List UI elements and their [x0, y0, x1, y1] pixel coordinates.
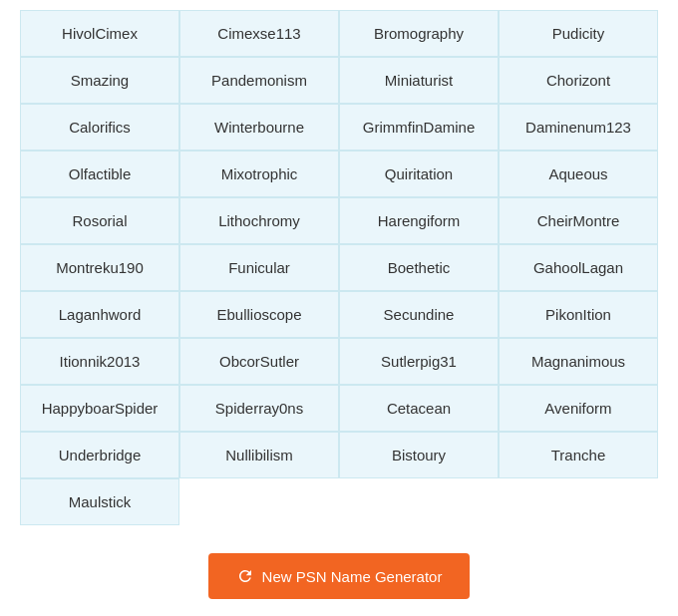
grid-cell: HivolCimex — [20, 10, 179, 57]
grid-cell: Cimexse113 — [179, 10, 339, 57]
grid-cell: Underbridge — [20, 432, 179, 478]
grid-cell: Cetacean — [339, 385, 499, 432]
grid-cell: Chorizont — [499, 57, 658, 104]
grid-cell: CheirMontre — [499, 197, 658, 244]
grid-cell: Aveniform — [499, 385, 658, 432]
grid-row: HappyboarSpiderSpiderray0nsCetaceanAveni… — [20, 385, 658, 432]
grid-cell: Rosorial — [20, 197, 179, 244]
grid-cell: Calorifics — [20, 104, 179, 151]
grid-cell: Daminenum123 — [499, 104, 658, 151]
grid-cell: ObcorSutler — [179, 338, 339, 385]
grid-cell: Smazing — [20, 57, 179, 104]
generate-button[interactable]: New PSN Name Generator — [208, 553, 471, 599]
grid-row: Itionnik2013ObcorSutlerSutlerpig31Magnan… — [20, 338, 658, 385]
grid-cell: Miniaturist — [339, 57, 499, 104]
grid-cell: Bistoury — [339, 432, 499, 478]
grid-row: RosorialLithochromyHarengiformCheirMontr… — [20, 197, 658, 244]
grid-cell: Funicular — [179, 244, 339, 291]
grid-row: HivolCimexCimexse113BromographyPudicity — [20, 10, 658, 57]
grid-row: SmazingPandemonismMiniaturistChorizont — [20, 57, 658, 104]
refresh-icon — [236, 567, 254, 585]
grid-cell: GrimmfinDamine — [339, 104, 499, 151]
grid-cell: Aqueous — [499, 151, 658, 197]
grid-cell: Itionnik2013 — [20, 338, 179, 385]
grid-row: LaganhwordEbullioscopeSecundinePikonItio… — [20, 291, 658, 338]
grid-cell: Secundine — [339, 291, 499, 338]
grid-cell: Spiderray0ns — [179, 385, 339, 432]
grid-cell: Mixotrophic — [179, 151, 339, 197]
grid-cell: Pandemonism — [179, 57, 339, 104]
grid-cell: Lithochromy — [179, 197, 339, 244]
grid-cell: PikonItion — [499, 291, 658, 338]
grid-cell: Winterbourne — [179, 104, 339, 151]
names-grid: HivolCimexCimexse113BromographyPudicityS… — [20, 10, 658, 525]
grid-cell — [499, 478, 658, 525]
grid-cell — [179, 478, 339, 525]
grid-cell: Montreku190 — [20, 244, 179, 291]
grid-cell: Tranche — [499, 432, 658, 478]
grid-cell: Magnanimous — [499, 338, 658, 385]
grid-cell: Sutlerpig31 — [339, 338, 499, 385]
grid-cell: Bromography — [339, 10, 499, 57]
grid-cell: Maulstick — [20, 478, 179, 525]
grid-row: CalorificsWinterbourneGrimmfinDamineDami… — [20, 104, 658, 151]
grid-cell: Pudicity — [499, 10, 658, 57]
grid-row: Maulstick — [20, 478, 658, 525]
grid-cell: Quiritation — [339, 151, 499, 197]
grid-cell: Harengiform — [339, 197, 499, 244]
grid-row: Montreku190FunicularBoetheticGahoolLagan — [20, 244, 658, 291]
generate-button-label: New PSN Name Generator — [262, 568, 443, 585]
grid-cell: Boethetic — [339, 244, 499, 291]
grid-row: UnderbridgeNullibilismBistouryTranche — [20, 432, 658, 478]
grid-cell: Laganhword — [20, 291, 179, 338]
grid-row: OlfactibleMixotrophicQuiritationAqueous — [20, 151, 658, 197]
grid-cell: HappyboarSpider — [20, 385, 179, 432]
grid-cell: Nullibilism — [179, 432, 339, 478]
grid-cell: GahoolLagan — [499, 244, 658, 291]
grid-cell: Olfactible — [20, 151, 179, 197]
grid-cell — [339, 478, 499, 525]
grid-cell: Ebullioscope — [179, 291, 339, 338]
